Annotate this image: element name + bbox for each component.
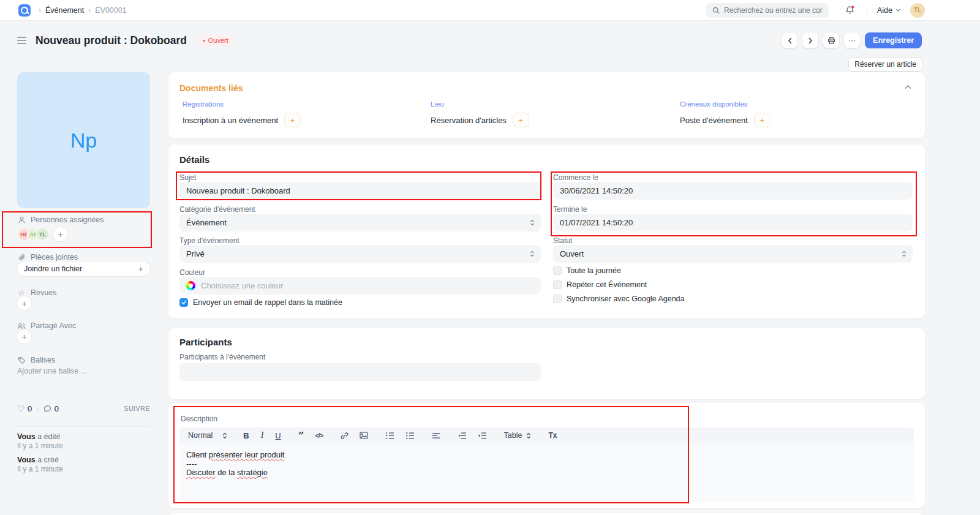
page-title: Nouveau produit : Dokoboard — [36, 34, 187, 47]
global-search[interactable] — [706, 3, 829, 18]
outdent-button[interactable] — [458, 432, 467, 440]
description-line: Client présenter leur produit — [186, 451, 907, 460]
document-image[interactable]: Np — [17, 72, 150, 208]
notifications-button[interactable] — [845, 6, 854, 15]
select-arrows-icon[interactable] — [222, 432, 227, 439]
breadcrumb-chevron-icon: › — [88, 6, 91, 15]
ends-label: Termine le — [553, 205, 587, 214]
avatar[interactable]: TL — [36, 228, 49, 241]
add-review-button[interactable]: + — [17, 296, 31, 310]
linked-doc-link[interactable]: Réservation d'articles — [431, 116, 507, 125]
add-assignee-button[interactable]: + — [53, 227, 67, 241]
allday-checkbox[interactable]: Toute la journée — [553, 266, 621, 275]
type-select[interactable]: Privé — [179, 245, 541, 263]
app-logo-icon[interactable] — [18, 4, 31, 17]
table-menu[interactable]: Table — [504, 431, 532, 440]
starts-input[interactable]: 30/06/2021 14:50:20 — [553, 182, 913, 200]
participants-title: Participants — [179, 337, 232, 347]
linked-doc-link[interactable]: Inscription à un événement — [183, 116, 278, 125]
attachments-section-label: Pièces jointes — [17, 253, 78, 261]
checkbox-icon — [553, 295, 562, 303]
link-icon — [341, 432, 349, 440]
repeat-checkbox[interactable]: Répéter cet Événement — [553, 280, 647, 289]
breadcrumb-chevron-icon: › — [39, 6, 41, 15]
more-options-button[interactable]: ··· — [844, 32, 860, 48]
chevron-left-icon — [787, 37, 793, 44]
status-select[interactable]: Ouvert — [553, 245, 913, 263]
social-row: ♡ 0 · 0 SUIVRE — [17, 404, 150, 413]
subject-input[interactable]: Nouveau produit : Dokoboard — [179, 182, 541, 200]
linked-group-label[interactable]: Créneaux disponibles — [680, 100, 770, 108]
sync-google-checkbox[interactable]: Synchroniser avec Google Agenda — [553, 295, 685, 303]
link-button[interactable] — [341, 432, 349, 440]
underline-button[interactable]: U — [275, 431, 281, 440]
ordered-list-button[interactable] — [385, 432, 394, 440]
select-arrows-icon — [530, 250, 535, 257]
bold-button[interactable]: B — [243, 431, 249, 440]
history-entry: Vous a édité — [17, 432, 61, 441]
printer-icon — [827, 37, 835, 45]
clear-format-button[interactable]: Tx — [548, 431, 557, 440]
checkbox-checked-icon — [179, 298, 188, 307]
user-avatar[interactable]: TL — [910, 3, 925, 18]
previous-document-button[interactable] — [782, 32, 797, 48]
ends-input[interactable]: 01/07/2021 14:50:20 — [553, 214, 913, 231]
linked-group: Lieu Réservation d'articles + — [431, 100, 529, 127]
chevron-up-icon — [905, 85, 911, 89]
reserve-article-button[interactable]: Réserver un article — [849, 58, 922, 71]
color-input[interactable]: Choisissez une couleur — [179, 277, 541, 295]
help-menu[interactable]: Aide — [877, 6, 901, 15]
paragraph-style-select[interactable]: Normal — [188, 431, 213, 440]
details-title: Détails — [179, 154, 209, 165]
print-button[interactable] — [823, 32, 839, 48]
code-button[interactable]: </> — [315, 432, 323, 439]
page-header: Nouveau produit : Dokoboard • Ouvert ···… — [17, 32, 922, 48]
tags-section-label: Balises — [17, 356, 55, 364]
description-editor[interactable]: Client présenter leur produit ---- Discu… — [179, 443, 914, 502]
checkbox-icon — [553, 280, 562, 289]
history-timestamp: Il y a 1 minute — [17, 442, 63, 450]
linked-group: Créneaux disponibles Poste d'événement + — [680, 100, 770, 127]
type-label: Type d'événement — [179, 236, 239, 245]
plus-icon: + — [138, 264, 143, 274]
bullet-list-button[interactable] — [405, 432, 415, 440]
reminder-checkbox[interactable]: Envoyer un email de rappel dans la matin… — [179, 298, 342, 307]
linked-group-label[interactable]: Registrations — [183, 100, 300, 108]
attach-file-button[interactable]: Joindre un fichier + — [17, 261, 150, 276]
add-share-button[interactable]: + — [17, 329, 31, 344]
add-linked-doc-button[interactable]: + — [755, 113, 770, 127]
status-dot-icon: • — [203, 37, 205, 44]
history-entry: Vous a créé — [17, 456, 59, 464]
indent-button[interactable] — [478, 432, 487, 440]
linked-doc-link[interactable]: Poste d'événement — [680, 116, 748, 125]
add-linked-doc-button[interactable]: + — [513, 113, 529, 127]
comment-icon[interactable] — [43, 405, 51, 413]
italic-button[interactable]: I — [261, 430, 264, 440]
bullet-list-icon — [405, 432, 415, 440]
linked-group-label[interactable]: Lieu — [431, 100, 529, 108]
blockquote-button[interactable]: ” — [298, 432, 304, 438]
add-tag-input[interactable]: Ajouter une balise ... — [17, 367, 87, 375]
insert-image-button[interactable] — [360, 432, 368, 439]
heart-icon[interactable]: ♡ — [17, 404, 24, 413]
next-document-button[interactable] — [802, 32, 818, 48]
align-button[interactable] — [432, 432, 440, 440]
collapse-section-button[interactable] — [905, 85, 911, 89]
shared-section-label: Partagé Avec — [17, 321, 76, 330]
linked-group: Registrations Inscription à un événement… — [183, 100, 300, 127]
paperclip-icon — [17, 254, 26, 261]
search-input[interactable] — [724, 6, 823, 15]
sidebar-divider — [17, 426, 150, 427]
participants-input[interactable] — [179, 363, 541, 381]
linked-documents-title: Documents liés — [179, 83, 243, 93]
menu-icon[interactable] — [17, 37, 26, 44]
status-badge: • Ouvert — [197, 35, 234, 47]
follow-button[interactable]: SUIVRE — [124, 405, 150, 412]
header-actions: ··· Enregistrer — [782, 32, 922, 48]
save-button[interactable]: Enregistrer — [865, 32, 922, 48]
breadcrumb: › Événement › EV00001 — [39, 6, 127, 15]
top-navbar: › Événement › EV00001 Aide — [0, 0, 980, 21]
breadcrumb-parent[interactable]: Événement — [45, 6, 84, 15]
add-linked-doc-button[interactable]: + — [285, 113, 300, 127]
category-select[interactable]: Événement — [179, 214, 541, 231]
